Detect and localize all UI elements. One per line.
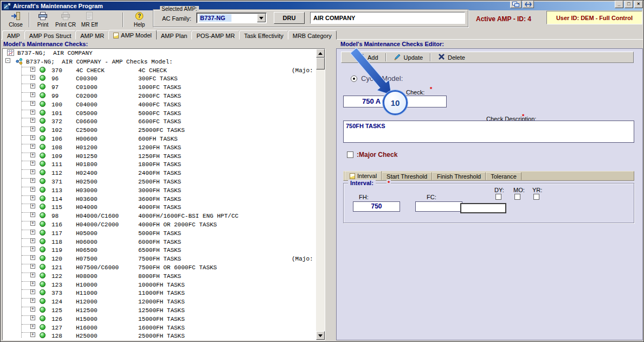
expand-plus-icon[interactable]: + bbox=[30, 153, 35, 157]
tree-root-amp[interactable]: B737-NG; AIR COMPANY bbox=[3, 49, 316, 58]
tree-row-127[interactable]: +127H1600016000FH TASKS bbox=[3, 324, 316, 332]
window-tool-button-1[interactable] bbox=[510, 1, 521, 8]
expand-plus-icon[interactable]: + bbox=[30, 204, 35, 208]
expand-plus-icon[interactable]: + bbox=[30, 238, 35, 243]
tab-mrb-category[interactable]: MRB Category bbox=[288, 30, 337, 40]
tree-row-114[interactable]: +114H036003600FH TASKS bbox=[3, 195, 316, 204]
tree-node-checks-model[interactable]: - B737-NG; AIR COMPANY - AMP Checks Mode… bbox=[3, 58, 316, 66]
tab-amp-mr[interactable]: AMP MR bbox=[75, 30, 109, 40]
tree-row-370[interactable]: +3704C CHECK4C CHECK(Majo: bbox=[3, 66, 316, 75]
fc-field[interactable] bbox=[415, 201, 462, 212]
subtab-interval[interactable]: Interval bbox=[345, 171, 382, 180]
major-check-checkbox[interactable] bbox=[347, 151, 353, 158]
expand-plus-icon[interactable]: + bbox=[30, 126, 35, 131]
tree-row-117[interactable]: +117H050005000FH TASKS bbox=[3, 229, 316, 238]
tree-row-111[interactable]: +111H018001800FH TASKS bbox=[3, 160, 316, 169]
tree-row-101[interactable]: +101C050005000FC TASKS bbox=[3, 109, 316, 118]
tab-amp-pos-struct[interactable]: AMP Pos Struct bbox=[24, 30, 76, 40]
tree-row-121[interactable]: +121H07500/C60007500FH OR 6000FC TASKS bbox=[3, 263, 316, 272]
help-button[interactable]: ? Help bbox=[128, 11, 151, 28]
expand-plus-icon[interactable]: + bbox=[30, 298, 35, 303]
close-button[interactable]: Close bbox=[4, 11, 27, 28]
mo-checkbox[interactable] bbox=[514, 194, 520, 200]
tree-row-372[interactable]: +372C066006600FC TASKS bbox=[3, 117, 316, 126]
expand-plus-icon[interactable]: + bbox=[30, 144, 35, 149]
tree-row-112[interactable]: +112H024002400FH TASKS bbox=[3, 169, 316, 178]
add-button[interactable]: Add bbox=[353, 52, 382, 62]
expand-plus-icon[interactable]: + bbox=[30, 187, 35, 192]
tree-row-124[interactable]: +124H1200012000FH TASKS bbox=[3, 297, 316, 306]
tree-row-97[interactable]: +97C010001000FC TASKS bbox=[3, 83, 316, 92]
window-tool-button-2[interactable] bbox=[523, 1, 534, 8]
delete-button[interactable]: Delete bbox=[435, 53, 468, 62]
expand-plus-icon[interactable]: + bbox=[30, 221, 35, 226]
expand-plus-icon[interactable]: + bbox=[30, 324, 35, 329]
expand-plus-icon[interactable]: + bbox=[30, 264, 35, 269]
tree-row-126[interactable]: +126H1500015000FH TASKS bbox=[3, 315, 316, 324]
tree-row-125[interactable]: +125H1250012500FH TASKS bbox=[3, 306, 316, 315]
expand-plus-icon[interactable]: + bbox=[30, 281, 35, 286]
expand-plus-icon[interactable]: + bbox=[30, 307, 35, 312]
collapse-minus-icon[interactable]: - bbox=[5, 58, 10, 63]
dru-button[interactable]: DRU bbox=[274, 12, 305, 24]
subtab-finish-threshold[interactable]: Finish Threshold bbox=[432, 172, 486, 180]
company-field[interactable]: AIR COMPANY bbox=[310, 12, 465, 24]
tree-row-128[interactable]: +128H2500025000FH TASKS bbox=[3, 332, 316, 340]
tab-pos-amp-mr[interactable]: POS-AMP MR bbox=[191, 30, 240, 40]
check-description-field[interactable]: 750FH TASKS bbox=[343, 121, 634, 143]
tree-row-116[interactable]: +116H04000/C20004000FH OR 2000FC TASKS bbox=[3, 220, 316, 229]
scroll-up-button[interactable] bbox=[316, 49, 325, 58]
print-cr-button[interactable]: Print CR bbox=[54, 11, 77, 28]
expand-plus-icon[interactable]: + bbox=[30, 101, 35, 106]
expand-plus-icon[interactable]: + bbox=[30, 178, 35, 183]
tab-amp-plan[interactable]: AMP Plan bbox=[156, 30, 192, 40]
expand-plus-icon[interactable]: + bbox=[30, 230, 35, 235]
major-check-row[interactable]: :Major Check bbox=[347, 151, 397, 159]
tree-row-109[interactable]: +109H012501250FH TASKS bbox=[3, 152, 316, 161]
cyclic-model-radio-row[interactable]: Cyclic Model: bbox=[351, 74, 403, 83]
expand-plus-icon[interactable]: + bbox=[30, 169, 35, 174]
print-button[interactable]: Print bbox=[31, 11, 54, 28]
maximize-button[interactable]: □ bbox=[624, 1, 633, 8]
expand-plus-icon[interactable]: + bbox=[30, 67, 35, 72]
expand-plus-icon[interactable]: + bbox=[30, 92, 35, 97]
tree-row-118[interactable]: +118H060006000FH TASKS bbox=[3, 238, 316, 246]
tree-row-122[interactable]: +122H080008000FH TASKS bbox=[3, 272, 316, 281]
expand-plus-icon[interactable]: + bbox=[30, 332, 35, 337]
expand-plus-icon[interactable]: + bbox=[30, 212, 35, 217]
tree-row-119[interactable]: +119H065006500FH TASKS bbox=[3, 246, 316, 255]
subtab-tolerance[interactable]: Tolerance bbox=[486, 172, 521, 180]
interval-extra-field[interactable] bbox=[460, 203, 506, 213]
tree-row-99[interactable]: +99C020002000FC TASKS bbox=[3, 92, 316, 100]
minimize-button[interactable]: _ bbox=[615, 1, 623, 8]
tab-amp-model[interactable]: AMP Model bbox=[108, 30, 157, 40]
scroll-down-button[interactable] bbox=[316, 331, 325, 340]
tree-row-371[interactable]: +371H025002500FH TASKS bbox=[3, 178, 316, 186]
ac-family-combobox[interactable]: B737-NG bbox=[196, 12, 267, 23]
expand-plus-icon[interactable]: + bbox=[30, 273, 35, 277]
expand-plus-icon[interactable]: + bbox=[30, 84, 35, 88]
expand-plus-icon[interactable]: + bbox=[30, 161, 35, 166]
tree-row-98[interactable]: +98H04000/C16004000FH/1600FC-BSI ENG HPT… bbox=[3, 212, 316, 220]
expand-plus-icon[interactable]: + bbox=[30, 315, 35, 320]
expand-plus-icon[interactable]: + bbox=[30, 289, 35, 294]
expand-plus-icon[interactable]: + bbox=[30, 118, 35, 123]
tree-row-106[interactable]: +106H00600600FH TASKS bbox=[3, 135, 316, 143]
tree-row-120[interactable]: +120H075007500FH TASKS(Majo: bbox=[3, 255, 316, 263]
expand-plus-icon[interactable]: + bbox=[30, 246, 35, 251]
tab-task-effectivity[interactable]: Task Effectivity bbox=[239, 30, 288, 40]
tree-row-115[interactable]: +115H040004000FH TASKS bbox=[3, 203, 316, 212]
tree-row-373[interactable]: +373H1100011000FH TASKS bbox=[3, 289, 316, 297]
combobox-dropdown-button[interactable] bbox=[257, 14, 266, 22]
tree-row-102[interactable]: +102C2500025000FC TASKS bbox=[3, 126, 316, 135]
expand-plus-icon[interactable]: + bbox=[30, 195, 35, 200]
expand-plus-icon[interactable]: + bbox=[30, 75, 35, 80]
radio-selected-icon[interactable] bbox=[351, 75, 357, 82]
yr-checkbox[interactable] bbox=[533, 194, 539, 200]
mr-eff-button[interactable]: MR Eff bbox=[78, 11, 101, 28]
dy-checkbox[interactable] bbox=[495, 194, 501, 200]
tab-amp[interactable]: AMP bbox=[2, 30, 25, 40]
expand-plus-icon[interactable]: + bbox=[30, 135, 35, 140]
tree-row-113[interactable]: +113H030003000FH TASKS bbox=[3, 186, 316, 195]
tree-row-100[interactable]: +100C040004000FC TASKS bbox=[3, 100, 316, 109]
